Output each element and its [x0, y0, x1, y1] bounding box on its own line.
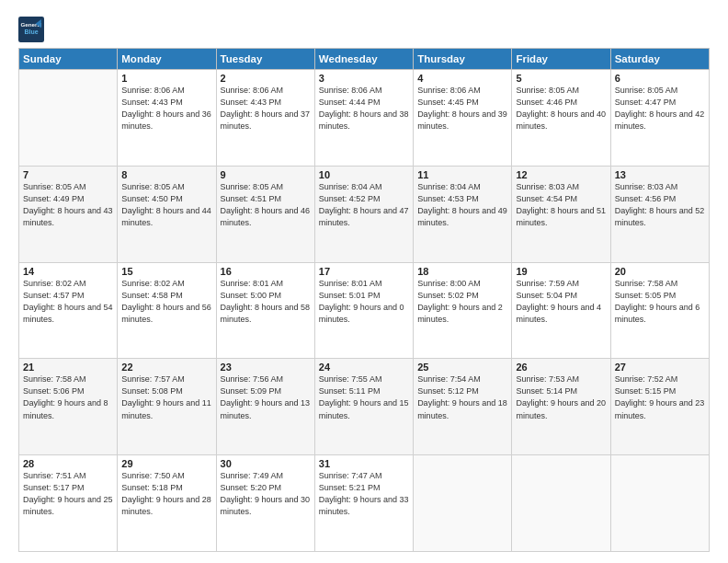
daylight: Daylight: 8 hours and 36 minutes. — [121, 109, 211, 131]
sunrise: Sunrise: 7:51 AM — [23, 471, 86, 480]
day-detail: Sunrise: 7:50 AM Sunset: 5:18 PM Dayligh… — [121, 470, 211, 518]
day-detail: Sunrise: 7:47 AM Sunset: 5:21 PM Dayligh… — [319, 470, 409, 518]
day-detail: Sunrise: 7:57 AM Sunset: 5:08 PM Dayligh… — [121, 373, 211, 421]
daylight: Daylight: 9 hours and 2 minutes. — [417, 303, 503, 324]
sunset: Sunset: 4:43 PM — [121, 98, 183, 107]
calendar-cell — [19, 70, 118, 167]
sunset: Sunset: 5:09 PM — [221, 386, 282, 396]
calendar-cell: 2 Sunrise: 8:06 AM Sunset: 4:43 PM Dayli… — [216, 70, 314, 167]
calendar-week-5: 28 Sunrise: 7:51 AM Sunset: 5:17 PM Dayl… — [19, 455, 710, 552]
day-number: 8 — [121, 169, 211, 180]
sunset: Sunset: 5:00 PM — [221, 291, 282, 300]
day-number: 25 — [417, 362, 507, 373]
sunset: Sunset: 4:54 PM — [516, 194, 577, 203]
sunrise: Sunrise: 7:58 AM — [23, 374, 86, 384]
daylight: Daylight: 8 hours and 42 minutes. — [615, 109, 705, 131]
sunrise: Sunrise: 8:02 AM — [121, 279, 185, 288]
calendar-week-1: 1 Sunrise: 8:06 AM Sunset: 4:43 PM Dayli… — [19, 70, 710, 167]
day-detail: Sunrise: 8:05 AM Sunset: 4:47 PM Dayligh… — [615, 85, 705, 132]
daylight: Daylight: 9 hours and 0 minutes. — [319, 303, 404, 324]
daylight: Daylight: 9 hours and 8 minutes. — [23, 398, 108, 419]
day-detail: Sunrise: 8:05 AM Sunset: 4:46 PM Dayligh… — [516, 85, 606, 132]
calendar-cell — [414, 455, 512, 552]
calendar-cell: 7 Sunrise: 8:05 AM Sunset: 4:49 PM Dayli… — [19, 166, 118, 262]
sunrise: Sunrise: 7:53 AM — [516, 374, 579, 384]
calendar-cell: 28 Sunrise: 7:51 AM Sunset: 5:17 PM Dayl… — [19, 455, 118, 552]
calendar-week-3: 14 Sunrise: 8:02 AM Sunset: 4:57 PM Dayl… — [19, 262, 710, 359]
day-number: 5 — [516, 73, 606, 84]
sunrise: Sunrise: 7:47 AM — [319, 471, 382, 480]
calendar-table: SundayMondayTuesdayWednesdayThursdayFrid… — [18, 48, 710, 552]
day-number: 23 — [221, 362, 311, 373]
daylight: Daylight: 9 hours and 33 minutes. — [319, 495, 409, 516]
sunrise: Sunrise: 7:54 AM — [417, 374, 481, 384]
day-number: 12 — [516, 169, 606, 180]
daylight: Daylight: 8 hours and 39 minutes. — [417, 109, 507, 131]
calendar-cell: 17 Sunrise: 8:01 AM Sunset: 5:01 PM Dayl… — [314, 262, 413, 359]
calendar-cell: 13 Sunrise: 8:03 AM Sunset: 4:56 PM Dayl… — [610, 166, 709, 262]
daylight: Daylight: 8 hours and 56 minutes. — [121, 303, 211, 324]
sunset: Sunset: 4:43 PM — [221, 98, 282, 107]
day-number: 13 — [615, 169, 705, 180]
daylight: Daylight: 8 hours and 51 minutes. — [516, 206, 606, 227]
day-detail: Sunrise: 7:59 AM Sunset: 5:04 PM Dayligh… — [516, 278, 606, 326]
calendar-cell: 4 Sunrise: 8:06 AM Sunset: 4:45 PM Dayli… — [414, 70, 512, 167]
day-number: 17 — [319, 266, 409, 277]
sunrise: Sunrise: 8:03 AM — [516, 182, 579, 191]
daylight: Daylight: 8 hours and 54 minutes. — [23, 303, 113, 324]
day-detail: Sunrise: 7:49 AM Sunset: 5:20 PM Dayligh… — [221, 470, 311, 518]
daylight: Daylight: 9 hours and 6 minutes. — [615, 303, 700, 324]
day-number: 27 — [615, 362, 705, 373]
calendar-cell: 26 Sunrise: 7:53 AM Sunset: 5:14 PM Dayl… — [512, 359, 610, 455]
day-number: 10 — [319, 169, 409, 180]
daylight: Daylight: 9 hours and 4 minutes. — [516, 303, 601, 324]
sunset: Sunset: 5:04 PM — [516, 291, 577, 300]
daylight: Daylight: 8 hours and 46 minutes. — [221, 206, 311, 227]
sunset: Sunset: 5:05 PM — [615, 291, 677, 300]
day-number: 11 — [417, 169, 507, 180]
sunset: Sunset: 4:51 PM — [221, 194, 282, 203]
weekday-header-row: SundayMondayTuesdayWednesdayThursdayFrid… — [19, 49, 710, 70]
day-detail: Sunrise: 8:06 AM Sunset: 4:43 PM Dayligh… — [121, 85, 211, 132]
day-number: 15 — [121, 266, 211, 277]
day-detail: Sunrise: 7:53 AM Sunset: 5:14 PM Dayligh… — [516, 373, 606, 421]
sunrise: Sunrise: 8:02 AM — [23, 279, 86, 288]
sunrise: Sunrise: 7:57 AM — [121, 374, 185, 384]
day-detail: Sunrise: 7:56 AM Sunset: 5:09 PM Dayligh… — [221, 373, 311, 421]
sunset: Sunset: 4:58 PM — [121, 291, 183, 300]
daylight: Daylight: 9 hours and 30 minutes. — [221, 495, 311, 516]
daylight: Daylight: 9 hours and 20 minutes. — [516, 398, 606, 419]
sunrise: Sunrise: 8:04 AM — [417, 182, 481, 191]
day-detail: Sunrise: 8:01 AM Sunset: 5:01 PM Dayligh… — [319, 278, 409, 326]
daylight: Daylight: 9 hours and 15 minutes. — [319, 398, 409, 419]
day-detail: Sunrise: 7:58 AM Sunset: 5:05 PM Dayligh… — [615, 278, 705, 326]
day-detail: Sunrise: 8:02 AM Sunset: 4:58 PM Dayligh… — [121, 278, 211, 326]
calendar-cell: 22 Sunrise: 7:57 AM Sunset: 5:08 PM Dayl… — [118, 359, 216, 455]
daylight: Daylight: 8 hours and 49 minutes. — [417, 206, 507, 227]
calendar-cell: 1 Sunrise: 8:06 AM Sunset: 4:43 PM Dayli… — [118, 70, 216, 167]
day-detail: Sunrise: 8:01 AM Sunset: 5:00 PM Dayligh… — [221, 278, 311, 326]
daylight: Daylight: 9 hours and 11 minutes. — [121, 398, 211, 419]
weekday-header-monday: Monday — [118, 49, 216, 70]
day-number: 29 — [121, 458, 211, 469]
sunset: Sunset: 4:45 PM — [417, 98, 479, 107]
day-number: 9 — [221, 169, 311, 180]
day-detail: Sunrise: 8:06 AM Sunset: 4:44 PM Dayligh… — [319, 85, 409, 132]
weekday-header-wednesday: Wednesday — [314, 49, 413, 70]
sunrise: Sunrise: 8:06 AM — [221, 86, 284, 95]
calendar-cell: 11 Sunrise: 8:04 AM Sunset: 4:53 PM Dayl… — [414, 166, 512, 262]
sunset: Sunset: 4:53 PM — [417, 194, 479, 203]
calendar-cell: 3 Sunrise: 8:06 AM Sunset: 4:44 PM Dayli… — [314, 70, 413, 167]
sunrise: Sunrise: 8:03 AM — [615, 182, 678, 191]
sunrise: Sunrise: 8:06 AM — [121, 86, 185, 95]
weekday-header-sunday: Sunday — [19, 49, 118, 70]
calendar-cell: 18 Sunrise: 8:00 AM Sunset: 5:02 PM Dayl… — [414, 262, 512, 359]
sunrise: Sunrise: 7:56 AM — [221, 374, 284, 384]
day-detail: Sunrise: 7:58 AM Sunset: 5:06 PM Dayligh… — [23, 373, 113, 421]
sunrise: Sunrise: 8:05 AM — [615, 86, 678, 95]
calendar-cell: 12 Sunrise: 8:03 AM Sunset: 4:54 PM Dayl… — [512, 166, 610, 262]
day-detail: Sunrise: 7:51 AM Sunset: 5:17 PM Dayligh… — [23, 470, 113, 518]
day-detail: Sunrise: 8:05 AM Sunset: 4:51 PM Dayligh… — [221, 181, 311, 229]
calendar-cell: 15 Sunrise: 8:02 AM Sunset: 4:58 PM Dayl… — [118, 262, 216, 359]
calendar-cell: 30 Sunrise: 7:49 AM Sunset: 5:20 PM Dayl… — [216, 455, 314, 552]
